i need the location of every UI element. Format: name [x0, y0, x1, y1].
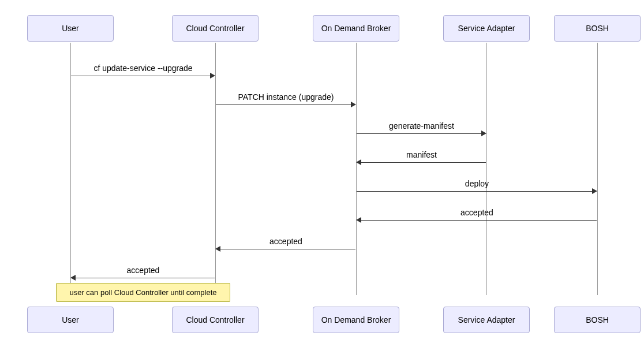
arrow-head-m8 [70, 275, 76, 281]
message-generate-manifest: generate-manifest [358, 121, 485, 130]
participant-bosh-bottom: BOSH [554, 307, 641, 333]
arrow-m5 [357, 191, 592, 192]
note-poll: user can poll Cloud Controller until com… [56, 283, 230, 302]
arrow-m4 [361, 162, 486, 163]
arrow-head-m7 [215, 246, 220, 252]
arrow-m3 [357, 133, 481, 134]
arrow-m6 [361, 220, 597, 221]
participant-user-bottom: User [27, 307, 114, 333]
participant-user-top: User [27, 15, 114, 42]
lifeline-on-demand-broker [356, 43, 357, 295]
arrow-head-m4 [356, 159, 361, 165]
lifeline-bosh [597, 43, 598, 295]
participant-cloud-controller-top: Cloud Controller [172, 15, 259, 42]
arrow-head-m2 [351, 102, 356, 107]
lifeline-service-adapter [486, 43, 487, 295]
arrow-m2 [216, 105, 351, 105]
lifeline-user [70, 43, 71, 295]
participant-on-demand-broker-top: On Demand Broker [313, 15, 399, 42]
message-cf-update-service: cf update-service --upgrade [72, 64, 214, 73]
arrow-m1 [71, 76, 210, 76]
participant-on-demand-broker-bottom: On Demand Broker [313, 307, 399, 333]
message-deploy: deploy [358, 179, 596, 188]
arrow-m8 [76, 278, 215, 278]
arrow-head-m1 [210, 73, 215, 79]
message-manifest: manifest [358, 150, 485, 159]
participant-service-adapter-bottom: Service Adapter [443, 307, 530, 333]
message-patch-instance: PATCH instance (upgrade) [217, 92, 355, 102]
participant-cloud-controller-bottom: Cloud Controller [172, 307, 259, 333]
arrow-m7 [220, 249, 355, 249]
message-accepted-broker: accepted [217, 237, 355, 246]
message-accepted-controller: accepted [72, 266, 214, 275]
arrow-head-m3 [481, 130, 486, 136]
arrow-head-m5 [592, 188, 597, 194]
message-accepted-bosh: accepted [358, 208, 596, 217]
participant-bosh-top: BOSH [554, 15, 641, 42]
arrow-head-m6 [356, 217, 361, 223]
lifeline-cloud-controller [215, 43, 216, 295]
participant-service-adapter-top: Service Adapter [443, 15, 530, 42]
